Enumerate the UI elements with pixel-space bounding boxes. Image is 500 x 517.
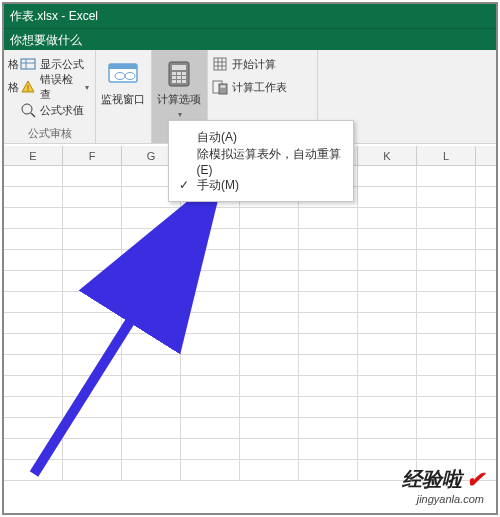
cell[interactable] bbox=[299, 418, 358, 438]
cell[interactable] bbox=[63, 460, 122, 480]
cell[interactable] bbox=[417, 187, 476, 207]
cell[interactable] bbox=[4, 166, 63, 186]
cell[interactable] bbox=[358, 229, 417, 249]
cell[interactable] bbox=[476, 397, 496, 417]
cell[interactable] bbox=[63, 439, 122, 459]
cell[interactable] bbox=[181, 313, 240, 333]
cell[interactable] bbox=[476, 355, 496, 375]
cell[interactable] bbox=[476, 439, 496, 459]
cell[interactable] bbox=[358, 439, 417, 459]
cell[interactable] bbox=[417, 355, 476, 375]
cell[interactable] bbox=[122, 208, 181, 228]
cell[interactable] bbox=[181, 418, 240, 438]
cell[interactable] bbox=[4, 208, 63, 228]
cell[interactable] bbox=[240, 292, 299, 312]
cell[interactable] bbox=[63, 166, 122, 186]
cell[interactable] bbox=[122, 397, 181, 417]
cell[interactable] bbox=[358, 187, 417, 207]
cell[interactable] bbox=[476, 229, 496, 249]
cell[interactable] bbox=[358, 376, 417, 396]
cell[interactable] bbox=[476, 376, 496, 396]
cell[interactable] bbox=[240, 418, 299, 438]
cell[interactable] bbox=[358, 208, 417, 228]
cell[interactable] bbox=[181, 376, 240, 396]
cell[interactable] bbox=[358, 166, 417, 186]
cell[interactable] bbox=[417, 418, 476, 438]
cell[interactable] bbox=[63, 313, 122, 333]
error-check-button[interactable]: 格 ! 错误检查 ▾ bbox=[8, 77, 89, 97]
watch-window-button[interactable]: 监视窗口 bbox=[96, 50, 152, 143]
cell[interactable] bbox=[63, 208, 122, 228]
cell[interactable] bbox=[181, 334, 240, 354]
cell[interactable] bbox=[240, 250, 299, 270]
cell[interactable] bbox=[122, 439, 181, 459]
cell[interactable] bbox=[299, 460, 358, 480]
cell[interactable] bbox=[181, 460, 240, 480]
cell[interactable] bbox=[299, 208, 358, 228]
cell[interactable] bbox=[4, 292, 63, 312]
cell[interactable] bbox=[181, 439, 240, 459]
col-header[interactable]: L bbox=[417, 146, 476, 165]
cell[interactable] bbox=[122, 418, 181, 438]
cell[interactable] bbox=[476, 250, 496, 270]
cell[interactable] bbox=[122, 376, 181, 396]
cell[interactable] bbox=[358, 313, 417, 333]
cell[interactable] bbox=[299, 397, 358, 417]
show-formulas-button[interactable]: 格 显示公式 bbox=[8, 54, 89, 74]
cell[interactable] bbox=[4, 187, 63, 207]
cell[interactable] bbox=[63, 271, 122, 291]
cell[interactable] bbox=[63, 355, 122, 375]
cell[interactable] bbox=[299, 355, 358, 375]
cell[interactable] bbox=[181, 292, 240, 312]
cell[interactable] bbox=[417, 271, 476, 291]
cell[interactable] bbox=[122, 355, 181, 375]
cell[interactable] bbox=[240, 334, 299, 354]
evaluate-formula-button[interactable]: 公式求值 bbox=[8, 100, 89, 120]
cell[interactable] bbox=[417, 166, 476, 186]
cell[interactable] bbox=[63, 334, 122, 354]
cell[interactable] bbox=[240, 271, 299, 291]
menu-item-except-tables[interactable]: 除模拟运算表外，自动重算(E) bbox=[171, 149, 351, 173]
cell[interactable] bbox=[240, 439, 299, 459]
cell[interactable] bbox=[299, 271, 358, 291]
cell[interactable] bbox=[240, 376, 299, 396]
cell[interactable] bbox=[181, 229, 240, 249]
cell[interactable] bbox=[63, 292, 122, 312]
cell[interactable] bbox=[240, 460, 299, 480]
cell[interactable] bbox=[122, 460, 181, 480]
cell[interactable] bbox=[476, 187, 496, 207]
cell[interactable] bbox=[181, 355, 240, 375]
cell[interactable] bbox=[476, 418, 496, 438]
cell[interactable] bbox=[240, 355, 299, 375]
cell[interactable] bbox=[181, 271, 240, 291]
cell[interactable] bbox=[358, 397, 417, 417]
cell[interactable] bbox=[240, 229, 299, 249]
cell[interactable] bbox=[63, 418, 122, 438]
cell[interactable] bbox=[4, 355, 63, 375]
cell[interactable] bbox=[240, 313, 299, 333]
cell[interactable] bbox=[299, 334, 358, 354]
cell[interactable] bbox=[122, 313, 181, 333]
cell[interactable] bbox=[4, 271, 63, 291]
col-header[interactable]: F bbox=[63, 146, 122, 165]
cell[interactable] bbox=[63, 250, 122, 270]
calculate-now-button[interactable]: 开始计算 bbox=[212, 54, 311, 74]
cell[interactable] bbox=[122, 334, 181, 354]
col-header[interactable]: K bbox=[358, 146, 417, 165]
cell[interactable] bbox=[358, 292, 417, 312]
cell[interactable] bbox=[358, 250, 417, 270]
menu-item-manual[interactable]: ✓ 手动(M) bbox=[171, 173, 351, 197]
cell[interactable] bbox=[4, 376, 63, 396]
cell[interactable] bbox=[299, 313, 358, 333]
cell[interactable] bbox=[4, 418, 63, 438]
cell[interactable] bbox=[476, 271, 496, 291]
cell[interactable] bbox=[240, 397, 299, 417]
cell[interactable] bbox=[63, 229, 122, 249]
cell[interactable] bbox=[299, 439, 358, 459]
cell[interactable] bbox=[4, 250, 63, 270]
cell[interactable] bbox=[63, 397, 122, 417]
cell[interactable] bbox=[476, 292, 496, 312]
cell[interactable] bbox=[4, 334, 63, 354]
cell[interactable] bbox=[181, 250, 240, 270]
cell[interactable] bbox=[358, 271, 417, 291]
